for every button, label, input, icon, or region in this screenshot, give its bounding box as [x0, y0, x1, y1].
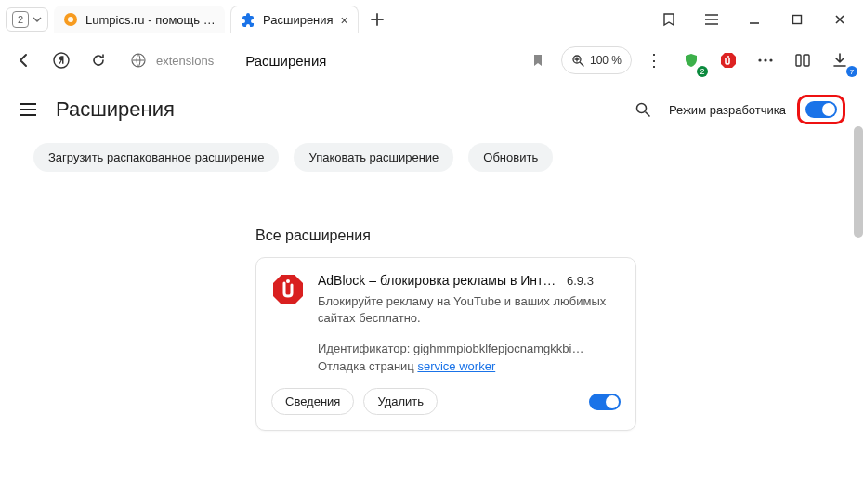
service-worker-link[interactable]: service worker [417, 359, 495, 373]
tab-label: Lumpics.ru - помощь с ком [85, 13, 216, 27]
page-title: Расширения [56, 97, 613, 122]
tab-lumpics[interactable]: Lumpics.ru - помощь с ком [54, 6, 225, 33]
extension-remove-button[interactable]: Удалить [363, 388, 438, 415]
downloads-icon[interactable]: 7 [825, 45, 855, 75]
svg-point-13 [636, 104, 646, 113]
all-extensions-heading: Все расширения [255, 227, 845, 244]
extension-puzzle-icon [241, 13, 255, 28]
collections-icon[interactable] [650, 6, 687, 33]
extension-description: Блокируйте рекламу на YouTube и ваших лю… [318, 293, 621, 327]
svg-marker-14 [273, 275, 303, 304]
developer-actions-row: Загрузить распакованное расширение Упако… [19, 134, 845, 187]
svg-point-10 [769, 58, 772, 61]
svg-point-1 [68, 17, 73, 22]
chevron-down-icon [33, 15, 42, 24]
search-extensions-icon[interactable] [628, 95, 658, 124]
window-minimize-button[interactable] [736, 6, 773, 33]
adblock-icon [271, 273, 305, 306]
tab-counter[interactable]: 2 [6, 7, 48, 32]
reload-button[interactable] [84, 45, 113, 75]
lumpics-favicon [63, 12, 78, 27]
browser-toolbar: extensions Расширения 100 % ⋮ 2 7 [0, 35, 864, 85]
hamburger-menu-icon[interactable] [19, 102, 41, 117]
developer-mode-toggle[interactable] [805, 101, 837, 118]
svg-rect-11 [796, 55, 801, 66]
site-identity-icon[interactable] [130, 52, 147, 69]
page-header: Расширения Режим разработчика [19, 85, 845, 134]
update-extensions-button[interactable]: Обновить [468, 143, 553, 172]
extension-title: AdBlock – блокировка рекламы в Интер… [318, 273, 559, 288]
extension-card: AdBlock – блокировка рекламы в Интер… 6.… [255, 257, 636, 431]
svg-rect-2 [793, 16, 802, 24]
tab-extensions[interactable]: Расширения × [230, 6, 359, 33]
load-unpacked-button[interactable]: Загрузить распакованное расширение [33, 143, 279, 172]
extension-debug-label: Отладка страниц [318, 359, 414, 373]
window-titlebar: 2 Lumpics.ru - помощь с ком Расширения × [0, 0, 864, 35]
extension-enable-toggle[interactable] [589, 394, 621, 410]
svg-point-9 [764, 58, 766, 61]
window-maximize-button[interactable] [779, 6, 816, 33]
svg-point-8 [758, 58, 761, 61]
protect-badge: 2 [697, 66, 708, 77]
address-title: Расширения [245, 53, 326, 69]
window-close-button[interactable] [821, 6, 858, 33]
back-button[interactable] [9, 45, 39, 75]
svg-point-15 [286, 279, 290, 283]
address-host: extensions [156, 54, 214, 68]
zoom-lens-icon [571, 54, 584, 67]
protect-extension-icon[interactable]: 2 [676, 45, 706, 75]
close-tab-icon[interactable]: × [341, 13, 348, 28]
yandex-logo-icon[interactable] [46, 45, 76, 75]
extensions-page: Расширения Режим разработчика Загрузить … [0, 85, 864, 504]
address-bar[interactable]: extensions Расширения [121, 44, 554, 77]
pack-extension-button[interactable]: Упаковать расширение [294, 143, 453, 172]
more-actions-button[interactable]: ⋮ [639, 45, 669, 75]
zoom-indicator[interactable]: 100 % [561, 46, 632, 74]
extension-id: Идентификатор: gighmmpiobklfepjocnamgkkb… [318, 342, 621, 355]
sidebar-toggle-icon[interactable] [788, 45, 818, 75]
bookmark-icon[interactable] [531, 54, 544, 67]
extension-version: 6.9.3 [567, 274, 594, 288]
browser-menu-icon[interactable] [693, 6, 730, 33]
new-tab-button[interactable] [364, 6, 390, 32]
developer-mode-label: Режим разработчика [669, 103, 786, 117]
vertical-scrollbar-thumb[interactable] [854, 126, 863, 238]
zoom-label: 100 % [590, 54, 622, 67]
extension-details-button[interactable]: Сведения [271, 388, 354, 415]
svg-rect-12 [804, 55, 809, 66]
downloads-badge: 7 [846, 66, 857, 77]
adblock-extension-icon[interactable] [713, 45, 743, 75]
tab-count-badge: 2 [12, 11, 29, 28]
svg-marker-6 [721, 53, 736, 68]
overflow-icon[interactable] [751, 45, 780, 75]
extension-debug-row: Отладка страниц service worker [318, 359, 621, 373]
tab-label: Расширения [263, 13, 334, 27]
svg-point-7 [727, 56, 729, 58]
highlight-ring [797, 95, 845, 124]
